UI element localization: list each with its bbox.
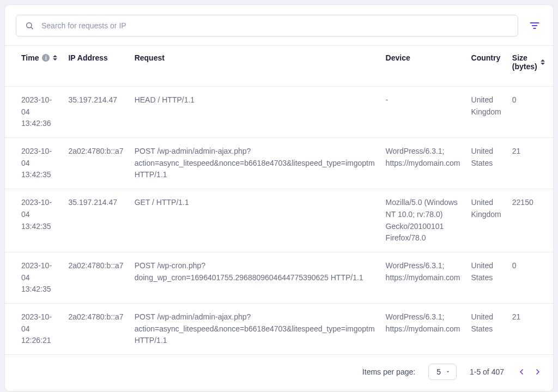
- th-time: Time i: [5, 46, 63, 87]
- cell-response: 2993: [550, 252, 554, 303]
- sort-size[interactable]: [541, 59, 545, 65]
- cell-ip: 2a02:4780:b::a7: [63, 138, 129, 189]
- cell-size: 21: [507, 138, 550, 189]
- th-ip-label: IP Address: [68, 53, 107, 62]
- table-footer: Items per page: 5 1-5 of 407: [5, 354, 553, 391]
- table-row: 2023-10-04 13:42:3535.197.214.47GET / HT…: [5, 189, 554, 252]
- requests-panel: Time i IP Address Request Device Country…: [4, 4, 554, 391]
- cell-ip: 35.197.214.47: [63, 87, 129, 138]
- th-size-label: Size (bytes): [512, 53, 537, 71]
- items-per-page-label: Items per page:: [362, 367, 415, 376]
- cell-size: 22150: [507, 189, 550, 252]
- cell-country: United Kingdom: [466, 87, 507, 138]
- table-row: 2023-10-04 12:26:212a02:4780:b::a7POST /…: [5, 303, 554, 354]
- cell-request: POST /wp-cron.php?doing_wp_cron=16964017…: [129, 252, 380, 303]
- cell-country: United States: [466, 138, 507, 189]
- th-device: Device: [380, 46, 466, 87]
- th-country-label: Country: [471, 53, 501, 62]
- table-header-row: Time i IP Address Request Device Country…: [5, 46, 554, 87]
- svg-line-1: [31, 27, 33, 29]
- cell-device: Mozilla/5.0 (Windows NT 10.0; rv:78.0) G…: [380, 189, 466, 252]
- caret-down-icon: [445, 369, 451, 375]
- cell-time: 2023-10-04 13:42:35: [5, 138, 63, 189]
- filter-icon: [529, 20, 540, 31]
- th-time-label: Time: [21, 53, 39, 62]
- cell-time: 2023-10-04 13:42:36: [5, 87, 63, 138]
- cell-response: 4583: [550, 87, 554, 138]
- cell-request: GET / HTTP/1.1: [129, 189, 380, 252]
- cell-device: WordPress/6.3.1; https://mydomain.com: [380, 138, 466, 189]
- cell-response: 94194: [550, 138, 554, 189]
- cell-size: 21: [507, 303, 550, 354]
- cell-size: 0: [507, 87, 550, 138]
- filter-button[interactable]: [527, 18, 542, 33]
- chevron-right-icon: [533, 367, 542, 376]
- search-bar-row: [5, 5, 553, 45]
- th-size: Size (bytes): [507, 46, 550, 87]
- search-box[interactable]: [16, 15, 518, 37]
- th-request-label: Request: [135, 53, 165, 62]
- chevron-left-icon: [517, 367, 526, 376]
- search-input[interactable]: [41, 21, 509, 30]
- requests-table: Time i IP Address Request Device Country…: [5, 45, 554, 354]
- cell-request: POST /wp-admin/admin-ajax.php?action=asy…: [129, 303, 380, 354]
- th-device-label: Device: [386, 53, 410, 62]
- th-ip: IP Address: [63, 46, 129, 87]
- cell-ip: 35.197.214.47: [63, 189, 129, 252]
- cell-device: WordPress/6.3.1; https://mydomain.com: [380, 303, 466, 354]
- page-size-select[interactable]: 5: [428, 364, 457, 380]
- cell-request: POST /wp-admin/admin-ajax.php?action=asy…: [129, 138, 380, 189]
- table-row: 2023-10-04 13:42:352a02:4780:b::a7POST /…: [5, 138, 554, 189]
- cell-time: 2023-10-04 13:42:35: [5, 189, 63, 252]
- cell-response: 996772: [550, 189, 554, 252]
- cell-size: 0: [507, 252, 550, 303]
- prev-page-button[interactable]: [517, 367, 526, 376]
- cell-time: 2023-10-04 13:42:35: [5, 252, 63, 303]
- page-range: 1-5 of 407: [470, 367, 504, 376]
- table-row: 2023-10-04 13:42:352a02:4780:b::a7POST /…: [5, 252, 554, 303]
- cell-ip: 2a02:4780:b::a7: [63, 303, 129, 354]
- cell-country: United States: [466, 252, 507, 303]
- cell-device: -: [380, 87, 466, 138]
- page-size-value: 5: [436, 367, 441, 376]
- search-icon: [25, 21, 34, 30]
- cell-request: HEAD / HTTP/1.1: [129, 87, 380, 138]
- info-icon[interactable]: i: [42, 54, 50, 62]
- cell-ip: 2a02:4780:b::a7: [63, 252, 129, 303]
- cell-time: 2023-10-04 12:26:21: [5, 303, 63, 354]
- cell-device: WordPress/6.3.1; https://mydomain.com: [380, 252, 466, 303]
- th-country: Country: [466, 46, 507, 87]
- table-body: 2023-10-04 13:42:3635.197.214.47HEAD / H…: [5, 87, 554, 355]
- sort-time[interactable]: [53, 55, 57, 61]
- cell-response: 51409: [550, 303, 554, 354]
- cell-country: United States: [466, 303, 507, 354]
- th-response: Response time (ms): [550, 46, 554, 87]
- th-request: Request: [129, 46, 380, 87]
- next-page-button[interactable]: [533, 367, 542, 376]
- table-row: 2023-10-04 13:42:3635.197.214.47HEAD / H…: [5, 87, 554, 138]
- cell-country: United Kingdom: [466, 189, 507, 252]
